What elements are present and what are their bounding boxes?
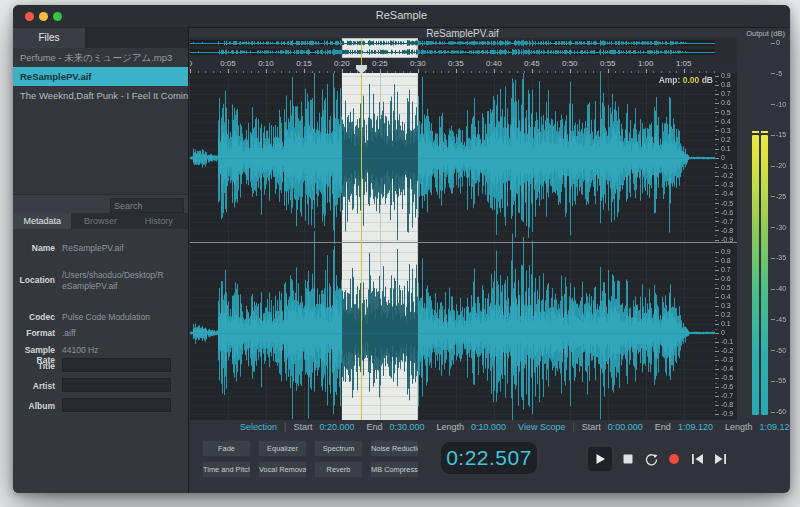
sample-rate-value: 44100 Hz bbox=[62, 345, 167, 356]
record-button[interactable] bbox=[667, 452, 681, 466]
stop-button[interactable] bbox=[621, 452, 635, 466]
title-field[interactable] bbox=[62, 358, 171, 372]
artist-field[interactable] bbox=[62, 378, 171, 392]
meter-scale-label: -50 bbox=[771, 347, 790, 355]
noise-reduction-button[interactable]: Noise Reduction bbox=[370, 440, 419, 457]
amp-readout: Amp: 0.00 dB bbox=[573, 75, 713, 85]
timeline-label: 0:10 bbox=[258, 59, 274, 68]
timeline-label: 0:20 bbox=[334, 59, 350, 68]
location-label: Location bbox=[13, 275, 55, 285]
status-value: 0:30.000 bbox=[389, 422, 424, 432]
playhead-line bbox=[361, 58, 362, 420]
status-section: View Scope bbox=[518, 422, 565, 432]
artist-label: Artist bbox=[13, 381, 55, 391]
vocal-removal-button[interactable]: Vocal Removal bbox=[258, 461, 307, 478]
tab-metadata[interactable]: Metadata bbox=[13, 213, 71, 229]
meter-peak-left bbox=[752, 131, 759, 133]
tab-files[interactable]: Files bbox=[13, 28, 85, 48]
meter-scale-label: -45 bbox=[771, 316, 790, 324]
status-section: | bbox=[572, 422, 574, 432]
meter-bar-left bbox=[752, 135, 759, 415]
status-value: 1:09.120 bbox=[678, 422, 713, 432]
tab-history[interactable]: History bbox=[130, 213, 188, 229]
name-label: Name bbox=[13, 243, 55, 253]
meter-scale-label: 0 bbox=[771, 39, 790, 47]
metadata-panel: Name ReSamplePV.aif Location /Users/shao… bbox=[13, 229, 188, 493]
status-value: 0:20.000 bbox=[319, 422, 354, 432]
timeline-label: 0:30 bbox=[410, 59, 426, 68]
timeline-label: 0:50 bbox=[562, 59, 578, 68]
timeline-label: 0:45 bbox=[524, 59, 540, 68]
timeline-label: 0 bbox=[190, 59, 192, 68]
timeline-label: 0:35 bbox=[448, 59, 464, 68]
overview-waveform[interactable] bbox=[190, 38, 737, 58]
tab-browser[interactable]: Browser bbox=[71, 213, 129, 229]
status-label: End bbox=[655, 422, 671, 432]
time-display: 0:22.507 bbox=[441, 442, 537, 474]
next-button[interactable] bbox=[713, 452, 727, 466]
previous-button[interactable] bbox=[690, 452, 704, 466]
play-button[interactable] bbox=[588, 447, 612, 471]
transport-controls bbox=[588, 445, 727, 473]
meter-scale-label: -10 bbox=[771, 101, 790, 109]
codec-value: Pulse Code Modulation bbox=[62, 312, 167, 323]
meter-scale-label: -40 bbox=[771, 285, 790, 293]
fade-button[interactable]: Fade bbox=[202, 440, 251, 457]
name-value: ReSamplePV.aif bbox=[62, 243, 167, 254]
spectrum-button[interactable]: Spectrum bbox=[314, 440, 363, 457]
timeline-label: 0:05 bbox=[220, 59, 236, 68]
status-label: Start bbox=[582, 422, 601, 432]
main-waveform[interactable] bbox=[190, 73, 737, 420]
meter-scale-label: -25 bbox=[771, 193, 790, 201]
search-band bbox=[13, 194, 188, 214]
status-section: | bbox=[284, 422, 286, 432]
amp-value: 0.00 bbox=[683, 75, 700, 85]
meter-scale-label: -35 bbox=[771, 254, 790, 262]
time-and-pitch-button[interactable]: Time and Pitch bbox=[202, 461, 251, 478]
file-list: Perfume - 未来のミュージアム.mp3ReSamplePV.aifThe… bbox=[13, 48, 188, 105]
timeline-label: 1:00 bbox=[638, 59, 654, 68]
amp-label: Amp: bbox=[659, 75, 681, 85]
meter-scale-label: -60 bbox=[771, 408, 790, 416]
album-label: Album bbox=[13, 401, 55, 411]
timeline-label: 0:40 bbox=[486, 59, 502, 68]
titlebar: ReSample bbox=[13, 5, 790, 28]
search-input[interactable] bbox=[110, 198, 184, 213]
status-value: 0:10.000 bbox=[471, 422, 506, 432]
files-tab-row: Files bbox=[13, 27, 188, 48]
file-list-item[interactable]: ReSamplePV.aif bbox=[13, 67, 188, 86]
reverb-button[interactable]: Reverb bbox=[314, 461, 363, 478]
status-value: 1:09.120 bbox=[759, 422, 790, 432]
effects-row: FadeEqualizerSpectrumNoise Reduction bbox=[202, 440, 430, 457]
metadata-tab-bar: MetadataBrowserHistory bbox=[13, 213, 188, 229]
meter-peak-right bbox=[761, 131, 768, 133]
codec-label: Codec bbox=[13, 312, 55, 322]
amp-unit: dB bbox=[702, 75, 713, 85]
timeline-label: 1:05 bbox=[676, 59, 692, 68]
selection-status-bar: Selection|Start0:20.000End0:30.000Length… bbox=[240, 421, 790, 433]
format-value: .aiff bbox=[62, 328, 167, 339]
title-label: Title bbox=[13, 361, 55, 371]
equalizer-button[interactable]: Equalizer bbox=[258, 440, 307, 457]
location-value: /Users/shaoduo/Desktop/ReSamplePV.aif bbox=[62, 270, 167, 291]
effects-row: Time and PitchVocal RemovalReverbMB Comp… bbox=[202, 461, 430, 478]
effects-button-grid: FadeEqualizerSpectrumNoise ReductionTime… bbox=[202, 440, 430, 478]
status-label: End bbox=[366, 422, 382, 432]
status-label: Start bbox=[293, 422, 312, 432]
meter-scale-label: -20 bbox=[771, 162, 790, 170]
window-title: ReSample bbox=[13, 9, 790, 21]
timeline-ruler[interactable]: 00:050:100:150:200:250:300:350:400:450:5… bbox=[190, 58, 737, 74]
file-list-item[interactable]: The Weeknd,Daft Punk - I Feel It Coming.… bbox=[13, 86, 188, 105]
file-list-item[interactable]: Perfume - 未来のミュージアム.mp3 bbox=[13, 48, 188, 67]
meter-scale-label: -55 bbox=[771, 377, 790, 385]
sidebar: Files Perfume - 未来のミュージアム.mp3ReSamplePV.… bbox=[13, 27, 189, 493]
loop-button[interactable] bbox=[644, 452, 658, 466]
status-value: 0:00.000 bbox=[608, 422, 643, 432]
app-window: ReSample Files Perfume - 未来のミュージアム.mp3Re… bbox=[13, 5, 790, 493]
album-field[interactable] bbox=[62, 398, 171, 412]
meter-scale-label: -30 bbox=[771, 224, 790, 232]
mb-compressor-button[interactable]: MB Compressor bbox=[370, 461, 419, 478]
timeline-label: 0:55 bbox=[600, 59, 616, 68]
status-label: Length bbox=[437, 422, 465, 432]
status-section: Selection bbox=[240, 422, 277, 432]
